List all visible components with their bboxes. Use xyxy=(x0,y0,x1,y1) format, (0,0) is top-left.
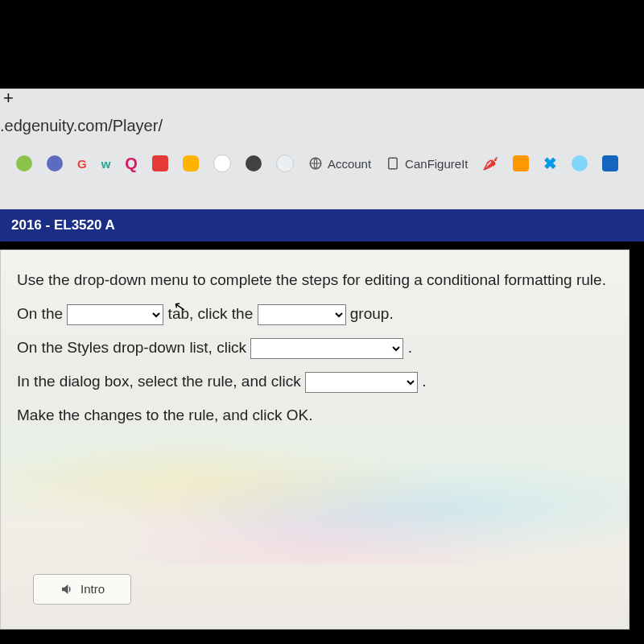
google-icon[interactable]: G xyxy=(77,157,87,171)
text: . xyxy=(408,339,412,356)
speaker-icon xyxy=(60,582,74,597)
intro-label: Intro xyxy=(80,577,105,601)
bookmark-icon[interactable] xyxy=(513,155,529,171)
bookmark-icon[interactable] xyxy=(572,155,588,171)
content-panel: Use the drop-down menu to complete the s… xyxy=(0,250,630,630)
address-bar-text: .edgenuity.com/Player/ xyxy=(0,117,163,135)
doc-icon xyxy=(386,156,400,171)
bookmark-account[interactable]: Account xyxy=(308,156,371,171)
youtube-icon[interactable] xyxy=(152,155,168,171)
close-x-icon[interactable]: ✖ xyxy=(543,154,557,173)
bookmark-icon[interactable] xyxy=(276,155,294,172)
new-tab-button[interactable]: + xyxy=(3,89,24,110)
text: . xyxy=(422,373,426,390)
instruction-text: Use the drop-down menu to complete the s… xyxy=(17,265,613,295)
step-2: On the Styles drop-down list, click . xyxy=(17,332,613,363)
chili-icon[interactable]: 🌶 xyxy=(482,155,498,173)
bookmark-icon[interactable] xyxy=(602,155,618,171)
quizlet-icon[interactable]: Q xyxy=(125,155,138,173)
bookmark-icon[interactable] xyxy=(16,155,32,171)
course-title: 2016 - EL3520 A xyxy=(11,217,115,233)
intro-button[interactable]: Intro xyxy=(33,574,131,605)
step-3: In the dialog box, select the rule, and … xyxy=(17,366,613,397)
bookmark-icon[interactable]: w xyxy=(101,157,111,171)
text: group. xyxy=(350,305,394,322)
globe-icon xyxy=(308,156,323,171)
bookmark-icon[interactable] xyxy=(183,155,199,171)
bookmark-icon[interactable] xyxy=(213,155,231,172)
group-dropdown[interactable] xyxy=(258,304,346,325)
text: On the Styles drop-down list, click xyxy=(17,339,250,356)
bookmark-canfigureit[interactable]: CanFigureIt xyxy=(386,156,468,171)
bookmark-label: CanFigureIt xyxy=(405,157,468,171)
text: In the dialog box, select the rule, and … xyxy=(17,373,305,390)
dialog-dropdown[interactable] xyxy=(305,372,418,393)
bookmark-label: Account xyxy=(328,157,371,171)
text: On the xyxy=(17,305,67,322)
tab-dropdown[interactable] xyxy=(67,304,163,325)
browser-chrome: + .edgenuity.com/Player/ G w Q Account C… xyxy=(0,89,644,218)
bookmark-icon[interactable] xyxy=(47,155,63,171)
step-1: On the tab, click the group. xyxy=(17,299,613,329)
bookmarks-bar: G w Q Account CanFigureIt 🌶 ✖ xyxy=(16,151,639,176)
course-header: 2016 - EL3520 A xyxy=(0,209,644,242)
svg-rect-1 xyxy=(389,158,398,169)
step-4: Make the changes to the rule, and click … xyxy=(17,400,613,431)
styles-dropdown[interactable] xyxy=(250,338,403,359)
bookmark-icon[interactable] xyxy=(246,155,262,171)
